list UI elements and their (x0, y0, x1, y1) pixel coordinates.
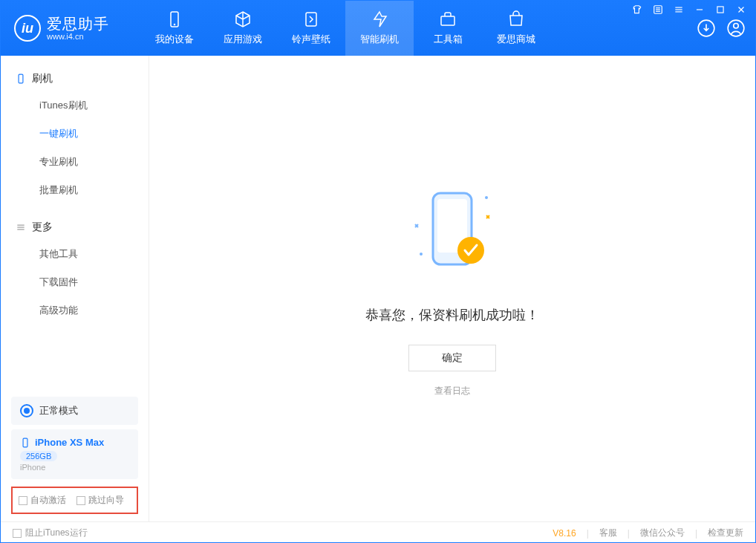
nav-tab-device[interactable]: 我的设备 (140, 1, 209, 56)
footer-link-wechat[interactable]: 微信公众号 (640, 527, 685, 539)
checkbox-block-itunes[interactable]: 阻止iTunes运行 (13, 527, 88, 539)
flash-options: 自动激活 跳过向导 (11, 487, 138, 514)
nav-tab-toolbox[interactable]: 工具箱 (414, 1, 482, 56)
logo-icon: iu (14, 15, 41, 42)
nav-tab-store[interactable]: 爱思商城 (482, 1, 550, 56)
sidebar-item-pro-flash[interactable]: 专业刷机 (1, 148, 149, 176)
svg-rect-13 (306, 13, 316, 26)
device-type: iPhone (20, 463, 129, 472)
sidebar-item-oneclick-flash[interactable]: 一键刷机 (1, 120, 149, 148)
sidebar-header-flash: 刷机 (1, 66, 149, 91)
svg-point-26 (420, 253, 423, 256)
mode-icon (20, 404, 33, 417)
sidebar-item-batch-flash[interactable]: 批量刷机 (1, 176, 149, 204)
svg-point-17 (734, 24, 739, 29)
checkbox-icon (19, 496, 27, 505)
menu-icon[interactable] (671, 4, 687, 17)
checkbox-auto-activate[interactable]: 自动激活 (19, 494, 66, 507)
phone-success-illustration (400, 180, 504, 287)
logo: iu 爱思助手 www.i4.cn (14, 15, 140, 42)
device-capacity: 256GB (20, 451, 57, 461)
mode-label: 正常模式 (39, 404, 78, 417)
device-box[interactable]: iPhone XS Max 256GB iPhone (11, 429, 138, 479)
svg-point-25 (457, 237, 484, 264)
close-icon[interactable] (733, 4, 749, 17)
sidebar-header-more: 更多 (1, 215, 149, 240)
main-panel: 恭喜您，保资料刷机成功啦！ 确定 查看日志 (149, 56, 755, 521)
app-header: iu 爱思助手 www.i4.cn 我的设备 应用游戏 铃声壁纸 智能刷机 工具… (1, 1, 755, 56)
download-icon[interactable] (696, 18, 717, 39)
svg-point-12 (175, 25, 175, 25)
maximize-icon[interactable] (712, 4, 729, 17)
footer-link-update[interactable]: 检查更新 (708, 527, 743, 539)
svg-rect-22 (23, 438, 27, 447)
app-subtitle: www.i4.cn (47, 32, 109, 41)
status-bar: 阻止iTunes运行 V8.16 | 客服 | 微信公众号 | 检查更新 (1, 521, 755, 543)
svg-point-27 (485, 196, 488, 199)
success-message: 恭喜您，保资料刷机成功啦！ (365, 306, 539, 324)
checkbox-icon (13, 529, 22, 538)
device-name: iPhone XS Max (35, 437, 104, 448)
sidebar: 刷机 iTunes刷机 一键刷机 专业刷机 批量刷机 更多 其他工具 下载固件 … (1, 56, 149, 521)
svg-rect-8 (717, 7, 723, 13)
nav-tab-ringtones[interactable]: 铃声壁纸 (277, 1, 345, 56)
checkbox-skip-guide[interactable]: 跳过向导 (76, 494, 124, 507)
version-label: V8.16 (553, 528, 576, 539)
svg-rect-18 (19, 74, 23, 83)
checkbox-icon (76, 496, 85, 505)
ok-button[interactable]: 确定 (408, 345, 496, 371)
nav-tabs: 我的设备 应用游戏 铃声壁纸 智能刷机 工具箱 爱思商城 (140, 1, 550, 56)
sidebar-item-itunes-flash[interactable]: iTunes刷机 (1, 91, 149, 120)
user-icon[interactable] (726, 18, 746, 39)
nav-tab-flash[interactable]: 智能刷机 (345, 1, 414, 56)
footer-link-support[interactable]: 客服 (599, 527, 617, 539)
minimize-icon[interactable] (691, 4, 708, 17)
shirt-icon[interactable] (629, 4, 645, 17)
nav-tab-apps[interactable]: 应用游戏 (209, 1, 277, 56)
sidebar-item-other-tools[interactable]: 其他工具 (1, 240, 149, 268)
window-controls (629, 4, 749, 17)
list-icon[interactable] (650, 4, 666, 17)
svg-rect-14 (441, 16, 454, 25)
sidebar-item-download-firmware[interactable]: 下载固件 (1, 268, 149, 296)
app-title: 爱思助手 (47, 16, 109, 32)
view-log-link[interactable]: 查看日志 (434, 385, 470, 397)
sidebar-item-advanced[interactable]: 高级功能 (1, 296, 149, 325)
mode-box[interactable]: 正常模式 (11, 397, 138, 425)
